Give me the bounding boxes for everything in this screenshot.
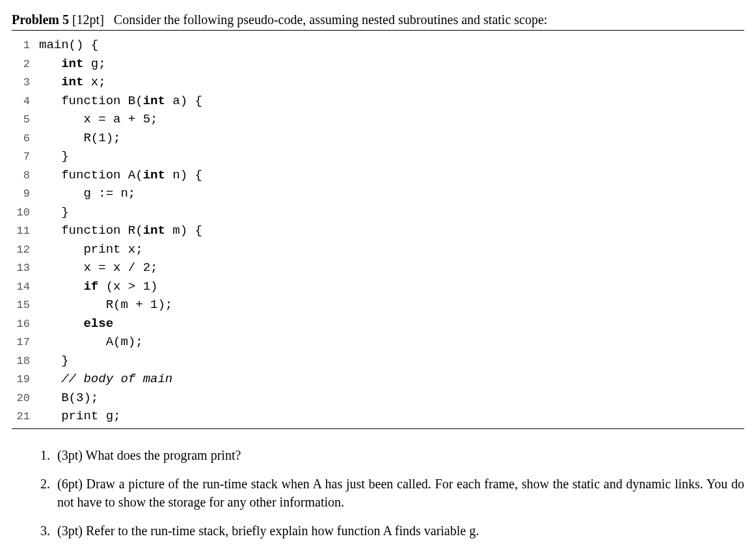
code-content: } [39, 203, 69, 222]
line-number: 17 [12, 334, 39, 351]
keyword: int [61, 75, 83, 89]
code-token: x = x / 2; [83, 260, 157, 275]
code-content: } [39, 352, 69, 370]
code-content: main() { [39, 36, 98, 55]
code-token: print x; [83, 242, 142, 257]
line-number: 2 [12, 56, 39, 73]
code-token: } [61, 354, 68, 368]
code-content: else [39, 314, 113, 333]
code-content: function A(int n) { [39, 166, 202, 185]
question-body: (3pt) Refer to the run-time stack, brief… [57, 522, 744, 540]
code-content: } [39, 147, 69, 166]
keyword: int [143, 223, 165, 238]
question-item: 3.(3pt) Refer to the run-time stack, bri… [40, 522, 744, 540]
line-number: 8 [12, 167, 39, 184]
problem-spacer [107, 12, 111, 27]
code-content: int x; [39, 73, 106, 92]
code-token: (x > 1) [98, 279, 157, 294]
code-line: 3 int x; [12, 73, 744, 92]
code-line: 21 print g; [12, 407, 744, 426]
problem-points: [12pt] [72, 12, 104, 27]
code-line: 8 function A(int n) { [12, 166, 744, 185]
code-token: A(m); [106, 335, 143, 349]
line-number: 20 [12, 390, 39, 407]
line-number: 13 [12, 260, 39, 277]
problem-label: Problem 5 [12, 12, 69, 27]
problem-header: Problem 5 [12pt] Consider the following … [12, 10, 744, 31]
code-line: 12 print x; [12, 240, 744, 259]
code-token: x; [83, 75, 105, 89]
code-line: 4 function B(int a) { [12, 92, 744, 111]
question-body: (6pt) Draw a picture of the run-time sta… [57, 475, 744, 511]
question-number: 1. [40, 446, 57, 464]
comment: // body of main [61, 372, 172, 386]
question-number: 3. [40, 522, 57, 540]
line-number: 15 [12, 297, 39, 314]
code-token: function R( [61, 223, 142, 238]
code-line: 1main() { [12, 36, 744, 55]
line-number: 10 [12, 204, 39, 221]
line-number: 21 [12, 408, 39, 425]
code-line: 2 int g; [12, 55, 744, 74]
code-content: g := n; [39, 184, 135, 203]
code-token: n) { [165, 168, 202, 182]
code-line: 14 if (x > 1) [12, 277, 744, 296]
code-token: x = a + 5; [83, 112, 157, 126]
code-line: 17 A(m); [12, 333, 744, 352]
code-content: function R(int m) { [39, 221, 202, 240]
code-content: R(1); [39, 129, 120, 148]
code-content: if (x > 1) [39, 277, 157, 296]
line-number: 5 [12, 111, 39, 128]
code-content: print x; [39, 240, 143, 259]
code-content: x = a + 5; [39, 110, 157, 129]
code-token: print g; [61, 409, 120, 423]
keyword: int [143, 168, 165, 182]
question-item: 1.(3pt) What does the program print? [40, 446, 744, 464]
line-number: 12 [12, 242, 39, 258]
code-token: g; [83, 57, 105, 71]
code-line: 20 B(3); [12, 389, 744, 408]
line-number: 18 [12, 353, 39, 370]
code-content: B(3); [39, 389, 98, 408]
keyword: int [143, 94, 165, 108]
code-token: main() { [39, 38, 98, 52]
code-token: function B( [61, 94, 142, 108]
code-token: a) { [165, 94, 202, 108]
code-token: B(3); [61, 391, 98, 405]
line-number: 4 [12, 93, 39, 110]
line-number: 3 [12, 74, 39, 91]
code-line: 9 g := n; [12, 184, 744, 203]
question-number: 2. [40, 475, 57, 493]
code-line: 18 } [12, 352, 744, 370]
code-content: function B(int a) { [39, 92, 202, 111]
code-content: // body of main [39, 370, 172, 389]
code-content: x = x / 2; [39, 258, 157, 277]
line-number: 19 [12, 371, 39, 388]
code-token: function A( [61, 168, 142, 182]
keyword: if [83, 279, 98, 294]
question-item: 2.(6pt) Draw a picture of the run-time s… [40, 475, 744, 511]
line-number: 7 [12, 148, 39, 165]
line-number: 11 [12, 223, 39, 240]
code-token: m) { [165, 223, 202, 238]
code-line: 16 else [12, 314, 744, 333]
code-token: } [61, 205, 68, 219]
line-number: 16 [12, 316, 39, 333]
code-line: 15 R(m + 1); [12, 296, 744, 314]
code-line: 7 } [12, 147, 744, 166]
code-token: R(1); [83, 131, 120, 145]
code-block: 1main() {2 int g;3 int x;4 function B(in… [12, 36, 744, 429]
question-body: (3pt) What does the program print? [57, 446, 744, 464]
line-number: 9 [12, 186, 39, 202]
code-content: int g; [39, 55, 106, 74]
code-line: 11 function R(int m) { [12, 221, 744, 240]
problem-prompt: Consider the following pseudo-code, assu… [114, 12, 548, 27]
code-token: R(m + 1); [106, 298, 173, 312]
code-line: 10 } [12, 203, 744, 222]
keyword: int [61, 57, 83, 71]
code-content: A(m); [39, 333, 143, 352]
code-line: 5 x = a + 5; [12, 110, 744, 129]
questions-list: 1.(3pt) What does the program print?2.(6… [12, 439, 744, 540]
code-token: g := n; [83, 186, 135, 201]
line-number: 6 [12, 130, 39, 147]
